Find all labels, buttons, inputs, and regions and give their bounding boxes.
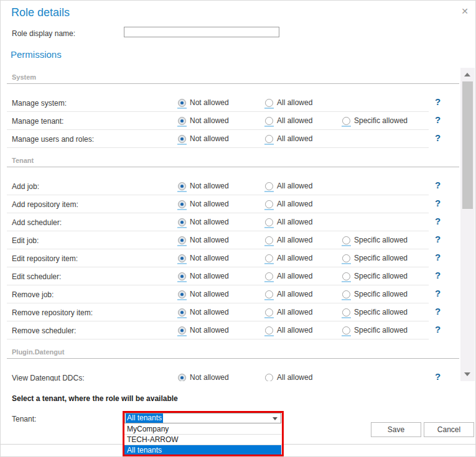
radio-icon[interactable] xyxy=(265,254,273,262)
option-label: All allowed xyxy=(277,200,312,208)
permissions-section: SystemManage system:Not allowedAll allow… xyxy=(1,68,461,148)
help-icon[interactable]: ? xyxy=(435,371,441,381)
option-not-allowed[interactable]: Not allowed xyxy=(178,290,229,298)
radio-icon[interactable] xyxy=(342,254,350,262)
scroll-down-icon[interactable] xyxy=(464,372,470,376)
radio-icon[interactable] xyxy=(265,236,273,244)
option-not-allowed[interactable]: Not allowed xyxy=(178,254,229,262)
dropdown-option[interactable]: MyCompany xyxy=(124,424,281,435)
help-icon[interactable]: ? xyxy=(435,132,441,143)
option-not-allowed[interactable]: Not allowed xyxy=(178,236,229,244)
radio-icon[interactable] xyxy=(342,236,350,244)
option-not-allowed[interactable]: Not allowed xyxy=(178,308,229,316)
radio-icon[interactable] xyxy=(342,290,350,298)
help-icon[interactable]: ? xyxy=(435,270,441,280)
help-icon[interactable]: ? xyxy=(435,114,441,125)
scrollbar-thumb[interactable] xyxy=(462,81,473,209)
option-specific-allowed[interactable]: Specific allowed xyxy=(342,116,408,125)
option-specific-allowed[interactable]: Specific allowed xyxy=(342,236,408,244)
radio-icon[interactable] xyxy=(178,182,186,190)
radio-icon[interactable] xyxy=(178,99,186,107)
option-specific-allowed[interactable]: Specific allowed xyxy=(342,254,408,262)
cancel-button[interactable]: Cancel xyxy=(424,422,474,437)
option-all-allowed[interactable]: All allowed xyxy=(265,272,312,280)
option-all-allowed[interactable]: All allowed xyxy=(265,254,312,262)
role-display-name-input[interactable] xyxy=(124,27,279,37)
radio-icon[interactable] xyxy=(265,272,273,280)
radio-icon[interactable] xyxy=(265,117,273,125)
scrollbar-track[interactable] xyxy=(460,68,475,381)
option-specific-allowed[interactable]: Specific allowed xyxy=(342,290,408,298)
help-icon[interactable]: ? xyxy=(435,180,441,190)
option-label: All allowed xyxy=(277,326,312,335)
radio-icon[interactable] xyxy=(342,308,350,316)
radio-icon[interactable] xyxy=(178,290,186,298)
option-not-allowed[interactable]: Not allowed xyxy=(178,200,229,208)
radio-icon[interactable] xyxy=(178,254,186,262)
radio-icon[interactable] xyxy=(178,272,186,280)
option-all-allowed[interactable]: All allowed xyxy=(265,182,312,190)
radio-icon[interactable] xyxy=(265,99,273,107)
option-specific-allowed[interactable]: Specific allowed xyxy=(342,326,408,335)
option-all-allowed[interactable]: All allowed xyxy=(265,290,312,298)
help-icon[interactable]: ? xyxy=(435,216,441,226)
permission-label: Edit job: xyxy=(12,236,39,245)
radio-icon[interactable] xyxy=(342,272,350,280)
dropdown-option[interactable]: All tenants xyxy=(124,445,281,456)
chevron-down-icon[interactable] xyxy=(273,417,278,420)
tenant-dropdown-list: MyCompanyTECH-ARROWAll tenants xyxy=(124,424,281,456)
option-not-allowed[interactable]: Not allowed xyxy=(178,182,229,190)
help-icon[interactable]: ? xyxy=(435,288,441,298)
radio-icon[interactable] xyxy=(265,182,273,190)
radio-icon[interactable] xyxy=(265,308,273,316)
option-not-allowed[interactable]: Not allowed xyxy=(178,326,229,335)
option-all-allowed[interactable]: All allowed xyxy=(265,236,312,244)
permission-row: Remove job:Not allowedAll allowedSpecifi… xyxy=(7,285,429,303)
option-all-allowed[interactable]: All allowed xyxy=(265,218,312,226)
radio-icon[interactable] xyxy=(265,200,273,208)
scroll-up-icon[interactable] xyxy=(464,73,470,76)
option-label: Not allowed xyxy=(190,200,229,208)
option-all-allowed[interactable]: All allowed xyxy=(265,116,312,125)
save-button[interactable]: Save xyxy=(371,422,421,437)
help-icon[interactable]: ? xyxy=(435,252,441,262)
radio-icon[interactable] xyxy=(178,200,186,208)
option-specific-allowed[interactable]: Specific allowed xyxy=(342,308,408,316)
option-all-allowed[interactable]: All allowed xyxy=(265,134,312,143)
option-not-allowed[interactable]: Not allowed xyxy=(178,134,229,143)
option-all-allowed[interactable]: All allowed xyxy=(265,373,312,381)
option-not-allowed[interactable]: Not allowed xyxy=(178,373,229,381)
radio-icon[interactable] xyxy=(178,218,186,226)
radio-icon[interactable] xyxy=(342,326,350,335)
help-icon[interactable]: ? xyxy=(435,306,441,316)
help-icon[interactable]: ? xyxy=(435,234,441,244)
radio-icon[interactable] xyxy=(178,374,186,382)
radio-icon[interactable] xyxy=(265,218,273,226)
tenant-combobox[interactable]: All tenants xyxy=(124,413,281,423)
radio-icon[interactable] xyxy=(342,117,350,125)
option-all-allowed[interactable]: All allowed xyxy=(265,200,312,208)
option-all-allowed[interactable]: All allowed xyxy=(265,308,312,316)
tenant-label: Tenant: xyxy=(12,415,36,423)
option-not-allowed[interactable]: Not allowed xyxy=(178,218,229,226)
option-all-allowed[interactable]: All allowed xyxy=(265,98,312,107)
radio-icon[interactable] xyxy=(178,236,186,244)
help-icon[interactable]: ? xyxy=(435,324,441,335)
radio-icon[interactable] xyxy=(265,290,273,298)
close-icon[interactable]: ✕ xyxy=(461,7,469,16)
help-icon[interactable]: ? xyxy=(435,198,441,208)
option-not-allowed[interactable]: Not allowed xyxy=(178,272,229,280)
radio-icon[interactable] xyxy=(178,308,186,316)
option-not-allowed[interactable]: Not allowed xyxy=(178,98,229,107)
option-specific-allowed[interactable]: Specific allowed xyxy=(342,272,408,280)
radio-icon[interactable] xyxy=(265,374,273,382)
radio-icon[interactable] xyxy=(178,117,186,125)
radio-icon[interactable] xyxy=(178,326,186,335)
option-not-allowed[interactable]: Not allowed xyxy=(178,116,229,125)
radio-icon[interactable] xyxy=(265,326,273,335)
radio-icon[interactable] xyxy=(265,135,273,143)
radio-icon[interactable] xyxy=(178,135,186,143)
help-icon[interactable]: ? xyxy=(435,96,441,107)
dropdown-option[interactable]: TECH-ARROW xyxy=(124,435,281,445)
option-all-allowed[interactable]: All allowed xyxy=(265,326,312,335)
